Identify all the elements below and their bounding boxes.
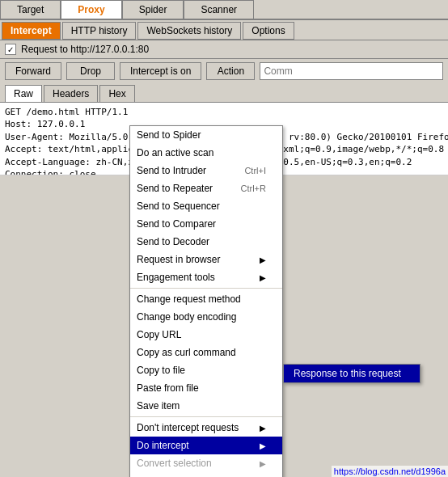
menu-send-to-repeater[interactable]: Send to RepeaterCtrl+R — [130, 179, 282, 197]
tab-headers[interactable]: Headers — [44, 85, 98, 102]
action-button[interactable]: Action — [206, 62, 255, 80]
menu-request-in-browser[interactable]: Request in browser▶ — [130, 251, 282, 268]
request-info-label: Request to http://127.0.0.1:80 — [21, 44, 149, 55]
tab-scanner[interactable]: Scanner — [184, 0, 254, 19]
tab-http-history[interactable]: HTTP history — [62, 22, 137, 40]
submenu-do-intercept: Response to this request — [283, 364, 421, 383]
intercept-toggle-button[interactable]: Intercept is on — [120, 62, 201, 80]
menu-change-request-method[interactable]: Change request method — [130, 290, 282, 308]
menu-dont-intercept[interactable]: Don't intercept requests▶ — [130, 419, 282, 437]
tab-spider[interactable]: Spider — [122, 0, 184, 19]
tab-proxy[interactable]: Proxy — [61, 0, 121, 19]
top-tab-bar: Target Proxy Spider Scanner — [0, 0, 448, 20]
tab-intercept[interactable]: Intercept — [2, 22, 61, 40]
context-menu-wrapper: Send to Spider Do an active scan Send to… — [129, 125, 283, 477]
second-tab-bar: Intercept HTTP history WebSockets histor… — [0, 20, 448, 40]
watermark: https://blog.csdn.net/d1996a — [332, 466, 448, 477]
menu-send-to-sequencer[interactable]: Send to Sequencer — [130, 197, 282, 215]
tab-raw[interactable]: Raw — [5, 85, 42, 102]
menu-send-to-intruder[interactable]: Send to IntruderCtrl+I — [130, 162, 282, 179]
forward-button[interactable]: Forward — [5, 62, 61, 80]
button-row: Forward Drop Intercept is on Action — [0, 59, 448, 83]
comment-input[interactable] — [260, 62, 443, 80]
menu-convert-selection[interactable]: Convert selection▶ — [130, 454, 282, 472]
drop-button[interactable]: Drop — [66, 62, 115, 80]
menu-save-item[interactable]: Save item — [130, 397, 282, 415]
tab-websockets-history[interactable]: WebSockets history — [137, 22, 241, 40]
context-menu: Send to Spider Do an active scan Send to… — [129, 125, 283, 477]
separator-2 — [130, 416, 282, 417]
submenu-response-to-request[interactable]: Response to this request — [284, 365, 420, 382]
menu-copy-to-file[interactable]: Copy to file — [130, 361, 282, 379]
menu-active-scan[interactable]: Do an active scan — [130, 144, 282, 162]
menu-send-to-comparer[interactable]: Send to Comparer — [130, 215, 282, 233]
menu-engagement-tools[interactable]: Engagement tools▶ — [130, 268, 282, 286]
menu-paste-from-file[interactable]: Paste from file — [130, 379, 282, 397]
menu-copy-curl-command[interactable]: Copy as curl command — [130, 344, 282, 361]
menu-do-intercept[interactable]: Do intercept▶ — [130, 437, 282, 454]
menu-send-to-decoder[interactable]: Send to Decoder — [130, 233, 282, 251]
separator-1 — [130, 288, 282, 289]
menu-send-to-spider[interactable]: Send to Spider — [130, 126, 282, 144]
menu-change-body-encoding[interactable]: Change body encoding — [130, 308, 282, 326]
menu-url-encode[interactable]: URL-encode as you type — [130, 472, 282, 477]
intercept-checkbox[interactable]: ✓ — [5, 44, 16, 55]
info-bar: ✓ Request to http://127.0.0.1:80 — [0, 40, 448, 59]
menu-copy-url[interactable]: Copy URL — [130, 326, 282, 344]
tab-hex[interactable]: Hex — [99, 85, 134, 102]
tab-target[interactable]: Target — [0, 0, 61, 19]
tab-options[interactable]: Options — [243, 22, 294, 40]
sub-tab-bar: Raw Headers Hex — [0, 83, 448, 103]
